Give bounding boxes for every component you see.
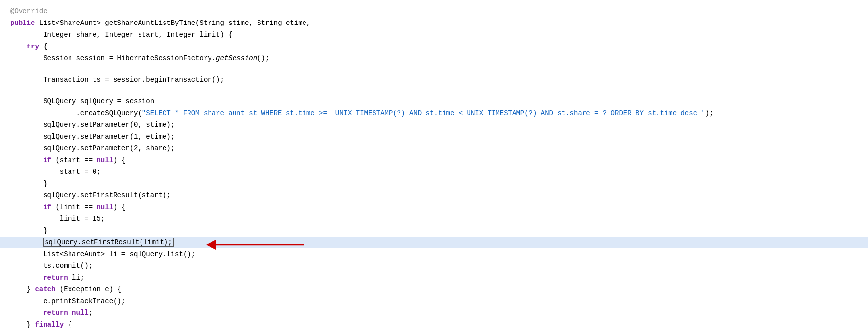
code-line-21: sqlQuery.setFirstResult(limit); bbox=[0, 237, 868, 248]
code-line-4: try { bbox=[0, 41, 868, 52]
code-text-5: Session session = HibernateSessionFactor… bbox=[10, 53, 269, 64]
code-text-29: HibernateSessionFactory.closeSession(); bbox=[10, 331, 204, 333]
code-text-24: return li; bbox=[10, 272, 84, 283]
code-text-9: SQLQuery sqlQuery = session bbox=[10, 96, 154, 107]
code-line-18: if (limit == null) { bbox=[0, 201, 868, 213]
code-line-11: sqlQuery.setParameter(0, stime); bbox=[0, 119, 868, 131]
code-text-17: sqlQuery.setFirstResult(start); bbox=[10, 190, 171, 201]
code-line-27: return null; bbox=[0, 307, 868, 319]
code-text-20: } bbox=[10, 225, 47, 236]
code-text-11: sqlQuery.setParameter(0, stime); bbox=[10, 119, 175, 130]
code-text-25: } catch (Exception e) { bbox=[10, 284, 121, 295]
code-line-19: limit = 15; bbox=[0, 213, 868, 225]
code-text-15: start = 0; bbox=[10, 166, 101, 177]
code-text-16: } bbox=[10, 178, 47, 189]
code-line-7: Transaction ts = session.beginTransactio… bbox=[0, 74, 868, 86]
code-text-23: ts.commit(); bbox=[10, 261, 93, 271]
code-line-26: e.printStackTrace(); bbox=[0, 295, 868, 307]
code-line-8 bbox=[0, 86, 868, 95]
code-line-3: Integer share, Integer start, Integer li… bbox=[0, 29, 868, 41]
code-line-15: start = 0; bbox=[0, 166, 868, 178]
code-text-19: limit = 15; bbox=[10, 214, 105, 224]
code-line-14: if (start == null) { bbox=[0, 154, 868, 166]
code-line-29: HibernateSessionFactory.closeSession(); bbox=[0, 331, 868, 333]
code-text-13: sqlQuery.setParameter(2, share); bbox=[10, 143, 175, 154]
code-line-10: .createSQLQuery("SELECT * FROM share_aun… bbox=[0, 107, 868, 119]
code-line-9: SQLQuery sqlQuery = session bbox=[0, 95, 868, 107]
code-text-26: e.printStackTrace(); bbox=[10, 296, 125, 307]
code-text-22: List<ShareAunt> li = sqlQuery.list(); bbox=[10, 249, 195, 260]
code-line-17: sqlQuery.setFirstResult(start); bbox=[0, 190, 868, 201]
code-line-28: } finally { bbox=[0, 319, 868, 331]
code-text-27: return null; bbox=[10, 308, 93, 318]
code-line-25: } catch (Exception e) { bbox=[0, 284, 868, 295]
code-line-1: @Override bbox=[0, 5, 868, 17]
code-line-23: ts.commit(); bbox=[0, 260, 868, 272]
code-text-10: .createSQLQuery("SELECT * FROM share_aun… bbox=[10, 108, 714, 119]
code-line-22: List<ShareAunt> li = sqlQuery.list(); bbox=[0, 248, 868, 260]
code-text-7: Transaction ts = session.beginTransactio… bbox=[10, 74, 224, 85]
code-editor: @Override public List<ShareAunt> getShar… bbox=[0, 0, 868, 333]
code-text-2: public List<ShareAunt> getShareAuntListB… bbox=[10, 18, 310, 28]
annotation-override: @Override bbox=[10, 6, 47, 17]
code-line-24: return li; bbox=[0, 272, 868, 284]
code-line-13: sqlQuery.setParameter(2, share); bbox=[0, 143, 868, 154]
code-line-6 bbox=[0, 64, 868, 74]
code-text-12: sqlQuery.setParameter(1, etime); bbox=[10, 131, 175, 142]
code-text-28: } finally { bbox=[10, 319, 72, 330]
code-line-2: public List<ShareAunt> getShareAuntListB… bbox=[0, 17, 868, 29]
code-text-21: sqlQuery.setFirstResult(limit); bbox=[10, 237, 174, 248]
code-line-12: sqlQuery.setParameter(1, etime); bbox=[0, 131, 868, 143]
code-line-5: Session session = HibernateSessionFactor… bbox=[0, 52, 868, 64]
code-text-3: Integer share, Integer start, Integer li… bbox=[10, 29, 233, 40]
code-line-16: } bbox=[0, 178, 868, 190]
code-text-18: if (limit == null) { bbox=[10, 202, 125, 213]
code-line-20: } bbox=[0, 225, 868, 237]
code-text-14: if (start == null) { bbox=[10, 155, 125, 166]
code-text-4: try { bbox=[10, 41, 47, 52]
boxed-code: sqlQuery.setFirstResult(limit); bbox=[43, 238, 173, 247]
